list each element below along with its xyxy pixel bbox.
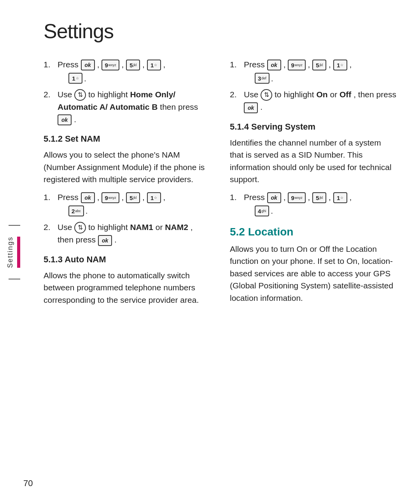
step-num-2: 2.: [44, 88, 54, 101]
r-key-1star: 1 ☆: [333, 60, 347, 70]
key-9wxyz: 9wxyz: [102, 60, 119, 70]
step-num-1b: 1.: [44, 191, 54, 204]
r-step-content-1b: Press ok , 9wxyz , 5 jkl , 1 ☆ , 4 ghi .: [244, 191, 397, 217]
right-intro-step1: 1. Press ok , 9wxyz , 5 jkl , 1 ☆ ,: [230, 58, 397, 84]
comma-7: ,: [142, 193, 147, 202]
key-ok-3: ok: [81, 192, 95, 203]
key-ok-2: ok: [58, 114, 72, 125]
comma-3: ,: [142, 60, 147, 69]
r-period-2: .: [260, 102, 262, 111]
to-highlight: to highlight: [88, 90, 130, 99]
page-number: 70: [23, 478, 33, 488]
main-content: Settings 1. Press ok , 9wxyz , 5 jkl ,: [20, 0, 420, 504]
use-label-2: Use: [58, 223, 74, 232]
r-step-num-1: 1.: [230, 58, 241, 71]
nam2-bold: NAM2: [165, 223, 188, 232]
key-ok: ok: [81, 60, 95, 70]
key-ok-4: ok: [98, 235, 112, 246]
sidebar-line-top: [9, 225, 20, 226]
step-content-2b: Use ⇅ to highlight NAM1 or NAM2 , then p…: [58, 221, 210, 246]
r-key-9wxyz: 9wxyz: [288, 60, 305, 70]
key-5jkl-2: 5 jkl: [126, 192, 140, 203]
r-key-5jkl-2: 5 jkl: [312, 192, 326, 203]
r-key-row-4ghi: 4 ghi .: [255, 205, 397, 217]
key-row-2abc: 2 abc .: [68, 205, 210, 217]
then-press-2: then press: [160, 102, 198, 111]
r-period-3: .: [271, 205, 273, 217]
step-content-2: Use ⇅ to highlight Home Only/ Automatic …: [58, 88, 210, 125]
period-1: .: [84, 72, 86, 85]
r-step-content-1: Press ok , 9wxyz , 5 jkl , 1 ☆ , 3 def .: [244, 58, 397, 84]
r-key-row-3def: 3 def .: [255, 72, 397, 85]
sidebar: Settings: [0, 0, 20, 504]
left-intro-step2: 2. Use ⇅ to highlight Home Only/ Automat…: [44, 88, 210, 125]
comma-5: ,: [97, 193, 102, 202]
r-comma-7: ,: [329, 193, 333, 202]
r-key-5jkl: 5 jkl: [312, 60, 326, 70]
nav-icon-up: ⇅: [74, 89, 86, 101]
key-9wxyz-2: 9wxyz: [102, 192, 119, 203]
r-period-1: .: [271, 72, 273, 85]
r-nav-icon: ⇅: [261, 89, 272, 101]
section-514-body: Identifies the channel number of a syste…: [230, 137, 397, 186]
r-comma-6: ,: [308, 193, 313, 202]
period-2: .: [74, 115, 76, 124]
key-4ghi: 4 ghi: [255, 205, 269, 216]
step2-512: 2. Use ⇅ to highlight NAM1 or NAM2 , the…: [44, 221, 210, 246]
step-content-1: Press ok , 9wxyz , 5 jkl , 1 ☆ , 1 ☆ .: [58, 58, 210, 84]
use-label: Use: [58, 90, 74, 99]
section-52-body: Allows you to turn On or Off the Locatio…: [230, 243, 397, 304]
nav-icon-2: ⇅: [74, 222, 86, 234]
right-intro-step2: 2. Use ⇅ to highlight On or Off , then p…: [230, 88, 397, 113]
key-3def: 3 def: [255, 73, 270, 84]
r-comma-3: ,: [329, 60, 333, 69]
comma-1: ,: [97, 60, 102, 69]
r-key-ok-3: ok: [267, 192, 281, 203]
step-content-1b: Press ok , 9wxyz , 5 jkl , 1 ☆ , 2 abc .: [58, 191, 210, 217]
r-step-content-2: Use ⇅ to highlight On or Off , then pres…: [244, 88, 397, 113]
two-column-layout: 1. Press ok , 9wxyz , 5 jkl , 1 ☆ ,: [44, 58, 397, 481]
to-highlight-nam: to highlight: [88, 223, 130, 232]
key-1star-3: 1 ☆: [147, 192, 161, 203]
section-52-heading: 5.2 Location: [230, 226, 397, 238]
r-use-label: Use: [244, 90, 261, 99]
nam1-bold: NAM1: [130, 223, 153, 232]
r-comma-5: ,: [284, 193, 288, 202]
key-1star: 1 ☆: [147, 60, 161, 70]
r-comma-4: ,: [350, 60, 352, 69]
key-5jkl: 5 jkl: [126, 60, 140, 70]
section-512-body: Allows you to select the phone's NAM (Nu…: [44, 149, 210, 186]
section-514-heading: 5.1.4 Serving System: [230, 122, 397, 132]
section-513-body: Allows the phone to automatically switch…: [44, 269, 210, 306]
r-key-ok: ok: [267, 60, 281, 70]
sidebar-label: Settings: [6, 236, 14, 268]
step-num-2b: 2.: [44, 221, 54, 234]
comma-2: ,: [122, 60, 126, 69]
r-step-num-1b: 1.: [230, 191, 241, 204]
page: Settings Settings 1. Press ok , 9wxyz , …: [0, 0, 420, 504]
section-512-heading: 5.1.2 Set NAM: [44, 134, 210, 144]
r-step-num-2: 2.: [230, 88, 241, 101]
r-comma-8: ,: [350, 193, 352, 202]
r-then-press: , then press: [354, 90, 396, 99]
r-key-9wxyz-2: 9wxyz: [288, 192, 305, 203]
step1-514: 1. Press ok , 9wxyz , 5 jkl , 1 ☆ ,: [230, 191, 397, 217]
press-label: Press: [58, 60, 81, 69]
or-text: or: [156, 223, 165, 232]
section-513-heading: 5.1.3 Auto NAM: [44, 255, 210, 265]
r-key-ok-2: ok: [244, 102, 258, 113]
key-row-1b: 1 ☆ .: [68, 72, 210, 85]
page-title: Settings: [44, 19, 397, 43]
right-column: 1. Press ok , 9wxyz , 5 jkl , 1 ☆ ,: [230, 58, 397, 481]
sidebar-line-bottom: [9, 279, 20, 279]
sidebar-accent: [17, 237, 20, 268]
step1-512: 1. Press ok , 9wxyz , 5 jkl , 1 ☆ ,: [44, 191, 210, 217]
left-intro-step1: 1. Press ok , 9wxyz , 5 jkl , 1 ☆ ,: [44, 58, 210, 84]
key-2abc: 2 abc: [68, 205, 84, 216]
press-label-2: Press: [58, 193, 81, 202]
step-num-1: 1.: [44, 58, 54, 71]
left-column: 1. Press ok , 9wxyz , 5 jkl , 1 ☆ ,: [44, 58, 210, 481]
period-4: .: [114, 235, 117, 244]
period-3: .: [86, 205, 88, 217]
r-comma-2: ,: [308, 60, 313, 69]
